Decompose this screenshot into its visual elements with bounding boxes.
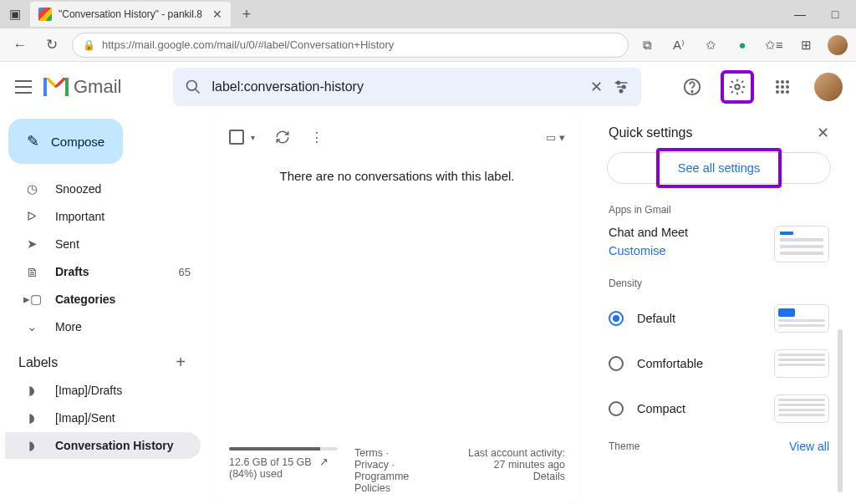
search-options-icon[interactable] bbox=[613, 79, 629, 95]
search-input[interactable] bbox=[211, 79, 580, 94]
main-menu-button[interactable] bbox=[13, 77, 33, 97]
address-bar[interactable]: 🔒 https://mail.google.com/mail/u/0/#labe… bbox=[72, 33, 629, 58]
label-imap-sent[interactable]: ◗ [Imap]/Sent bbox=[5, 405, 201, 431]
quick-settings-scrollbar[interactable] bbox=[838, 329, 843, 492]
density-comfortable[interactable]: Comfortable bbox=[594, 341, 844, 386]
maximize-button[interactable]: □ bbox=[828, 8, 843, 21]
select-all-checkbox[interactable] bbox=[229, 130, 244, 145]
mail-footer: 12.6 GB of 15 GB ↗ (84%) used Terms · Pr… bbox=[229, 439, 565, 494]
svg-point-14 bbox=[781, 90, 784, 94]
sidebar-item-snoozed[interactable]: ◷ Snoozed bbox=[5, 176, 201, 202]
browser-toolbar: ← ↻ 🔒 https://mail.google.com/mail/u/0/#… bbox=[0, 28, 856, 62]
svg-point-6 bbox=[735, 84, 740, 89]
apps-preview-icon bbox=[774, 226, 829, 262]
storage-info[interactable]: 12.6 GB of 15 GB ↗ (84%) used bbox=[229, 447, 338, 480]
collections-icon[interactable]: ⊞ bbox=[796, 35, 816, 55]
chat-meet-label: Chat and Meet bbox=[609, 226, 688, 239]
view-all-themes-link[interactable]: View all bbox=[789, 440, 829, 453]
customise-link[interactable]: Customise bbox=[609, 244, 688, 257]
browser-tab[interactable]: "Conversation History" - pankil.8 ✕ bbox=[30, 2, 231, 27]
apps-section-title: Apps in Gmail bbox=[594, 197, 844, 222]
favorite-icon[interactable]: ✩ bbox=[701, 35, 721, 55]
label-conversation-history[interactable]: ◗ Conversation History bbox=[5, 432, 201, 459]
support-button[interactable] bbox=[675, 70, 709, 104]
gmail-wordmark: Gmail bbox=[74, 76, 121, 98]
important-icon: ᐅ bbox=[23, 209, 40, 224]
url-text: https://mail.google.com/mail/u/0/#label/… bbox=[102, 38, 394, 51]
sidebar: ✎ Compose ◷ Snoozed ᐅ Important ➤ Sent 🗎… bbox=[0, 112, 207, 504]
clock-icon: ◷ bbox=[23, 181, 40, 196]
account-avatar[interactable] bbox=[814, 73, 843, 101]
density-default[interactable]: Default bbox=[594, 296, 844, 341]
svg-point-3 bbox=[620, 89, 623, 92]
tab-strip-icon[interactable]: ▣ bbox=[3, 3, 27, 26]
svg-point-12 bbox=[786, 85, 789, 89]
input-tools-icon[interactable]: ▭ ▾ bbox=[546, 131, 565, 144]
more-actions-button[interactable]: ⋮ bbox=[310, 130, 324, 145]
close-tab-icon[interactable]: ✕ bbox=[212, 8, 222, 21]
density-preview-icon bbox=[774, 304, 829, 333]
content-area: ▾ ⋮ ▭ ▾ There are no conversations with … bbox=[207, 112, 856, 504]
browser-titlebar: ▣ "Conversation History" - pankil.8 ✕ + … bbox=[0, 0, 856, 28]
refresh-button[interactable]: ↻ bbox=[40, 33, 64, 57]
pencil-icon: ✎ bbox=[27, 132, 39, 150]
svg-point-15 bbox=[786, 90, 789, 94]
svg-point-0 bbox=[187, 81, 197, 91]
browser-profile-avatar[interactable] bbox=[828, 35, 848, 55]
label-imap-drafts[interactable]: ◗ [Imap]/Drafts bbox=[5, 377, 201, 404]
settings-button[interactable] bbox=[721, 70, 754, 104]
gmail-favicon bbox=[38, 8, 52, 21]
draft-icon: 🗎 bbox=[23, 265, 40, 279]
theme-section-title: Theme bbox=[609, 440, 639, 452]
minimize-button[interactable]: — bbox=[792, 8, 808, 21]
gmail-header: Gmail ✕ bbox=[0, 62, 856, 112]
sidebar-item-more[interactable]: ⌄ More bbox=[5, 313, 201, 340]
apps-grid-button[interactable] bbox=[766, 70, 799, 104]
favorites-list-icon[interactable]: ✩≡ bbox=[764, 35, 784, 55]
open-storage-icon[interactable]: ↗ bbox=[319, 456, 329, 468]
mail-toolbar: ▾ ⋮ ▭ ▾ bbox=[229, 119, 565, 155]
window-controls: — □ bbox=[792, 8, 853, 21]
new-tab-button[interactable]: + bbox=[236, 3, 257, 25]
read-aloud-icon[interactable]: A⁾ bbox=[669, 35, 689, 55]
gmail-logo[interactable]: Gmail bbox=[43, 76, 121, 98]
svg-point-9 bbox=[786, 80, 789, 84]
compose-button[interactable]: ✎ Compose bbox=[8, 119, 123, 164]
svg-point-2 bbox=[623, 85, 625, 88]
categories-icon: ▸▢ bbox=[23, 292, 40, 307]
density-compact[interactable]: Compact bbox=[594, 386, 844, 431]
toggle-icon[interactable]: ⧉ bbox=[637, 35, 657, 55]
storage-bar bbox=[229, 447, 338, 451]
close-quick-settings-icon[interactable]: ✕ bbox=[817, 124, 829, 142]
clear-search-icon[interactable]: ✕ bbox=[590, 78, 603, 96]
chevron-down-icon: ⌄ bbox=[23, 319, 40, 334]
svg-point-8 bbox=[781, 80, 784, 84]
sidebar-item-sent[interactable]: ➤ Sent bbox=[5, 231, 201, 257]
gmail-m-icon bbox=[43, 78, 69, 96]
radio-off-icon bbox=[609, 401, 624, 416]
tab-title: "Conversation History" - pankil.8 bbox=[59, 8, 206, 20]
sent-icon: ➤ bbox=[23, 237, 40, 252]
sidebar-item-important[interactable]: ᐅ Important bbox=[5, 203, 201, 230]
add-label-button[interactable]: + bbox=[176, 353, 186, 372]
back-button[interactable]: ← bbox=[8, 33, 32, 57]
refresh-mail-button[interactable] bbox=[275, 130, 290, 145]
mail-list-panel: ▾ ⋮ ▭ ▾ There are no conversations with … bbox=[214, 112, 580, 504]
search-bar[interactable]: ✕ bbox=[173, 68, 641, 106]
labels-title: Labels bbox=[18, 355, 58, 370]
see-all-settings-button[interactable]: See all settings bbox=[607, 152, 831, 184]
grammarly-icon[interactable]: ● bbox=[732, 35, 752, 55]
sidebar-item-drafts[interactable]: 🗎 Drafts 65 bbox=[5, 258, 201, 285]
quick-settings-title: Quick settings bbox=[609, 125, 692, 140]
svg-point-7 bbox=[776, 80, 779, 84]
sidebar-item-categories[interactable]: ▸▢ Categories bbox=[5, 286, 201, 313]
policies-links[interactable]: Terms · Privacy · Programme Policies bbox=[354, 447, 415, 494]
select-dropdown-icon[interactable]: ▾ bbox=[251, 133, 255, 142]
svg-point-1 bbox=[617, 81, 619, 84]
empty-state-text: There are no conversations with this lab… bbox=[229, 155, 565, 216]
activity-details-link[interactable]: Details bbox=[533, 471, 565, 482]
search-icon[interactable] bbox=[185, 79, 201, 95]
label-icon: ◗ bbox=[23, 410, 40, 425]
radio-on-icon bbox=[609, 311, 624, 326]
lock-icon: 🔒 bbox=[83, 39, 95, 51]
